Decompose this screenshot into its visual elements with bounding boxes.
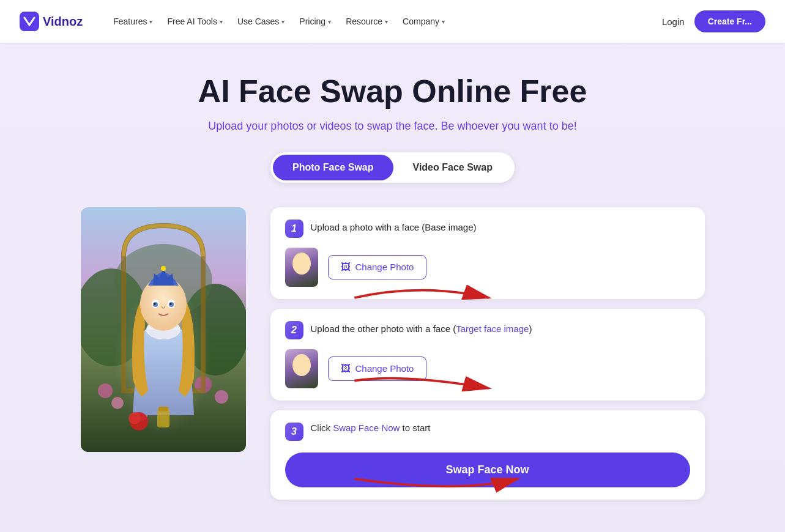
nav-links: Features ▾ Free AI Tools ▾ Use Cases ▾ P… [107, 12, 645, 31]
step-1-thumbnail [285, 248, 318, 287]
nav-company[interactable]: Company ▾ [396, 12, 451, 31]
preview-image-container [81, 207, 246, 452]
chevron-down-icon: ▾ [442, 18, 445, 25]
step-1-card: 1 Upload a photo with a face (Base image… [270, 207, 705, 299]
steps-container: 1 Upload a photo with a face (Base image… [270, 207, 705, 500]
tabs-container: Photo Face Swap Video Face Swap [12, 152, 773, 183]
hero-section: AI Face Swap Online Free Upload your pho… [0, 43, 785, 532]
tab-video-face-swap[interactable]: Video Face Swap [393, 155, 512, 180]
svg-rect-0 [20, 12, 39, 31]
step-3-badge: 3 [285, 423, 303, 441]
step-3-header: 3 Click Swap Face Now to start [285, 423, 690, 443]
svg-point-8 [215, 390, 228, 404]
step-1-content: 🖼 Change Photo [285, 248, 690, 287]
step-2-card: 2 Upload the other photo with a face (Ta… [270, 309, 705, 401]
swap-face-now-button[interactable]: Swap Face Now [285, 453, 690, 487]
change-photo-button-2[interactable]: 🖼 Change Photo [328, 357, 427, 381]
step-2-badge: 2 [285, 321, 303, 339]
nav-free-ai-tools[interactable]: Free AI Tools ▾ [161, 12, 228, 31]
fantasy-image-svg [81, 207, 246, 452]
preview-image [81, 207, 246, 452]
main-content: 1 Upload a photo with a face (Base image… [56, 207, 729, 524]
step-1-title: Upload a photo with a face (Base image) [311, 220, 477, 235]
login-button[interactable]: Login [662, 17, 685, 27]
logo-icon [20, 12, 39, 31]
step-3-card: 3 Click Swap Face Now to start Swap Face… [270, 410, 705, 500]
nav-pricing[interactable]: Pricing ▾ [293, 12, 337, 31]
step-1-header: 1 Upload a photo with a face (Base image… [285, 220, 690, 238]
step-1-badge: 1 [285, 220, 303, 238]
hero-subtitle: Upload your photos or videos to swap the… [12, 120, 773, 133]
svg-point-5 [98, 383, 113, 398]
hero-title: AI Face Swap Online Free [12, 73, 773, 110]
svg-point-21 [128, 412, 141, 424]
tab-photo-face-swap[interactable]: Photo Face Swap [273, 155, 393, 180]
step-3-description: Click Swap Face Now to start [311, 423, 431, 433]
svg-rect-22 [157, 409, 169, 427]
chevron-down-icon: ▾ [220, 18, 223, 25]
nav-resource[interactable]: Resource ▾ [340, 12, 394, 31]
svg-point-18 [154, 303, 155, 305]
step-2-title: Upload the other photo with a face (Targ… [311, 321, 532, 336]
face-swap-tabs: Photo Face Swap Video Face Swap [270, 152, 515, 183]
logo[interactable]: Vidnoz [20, 12, 83, 31]
chevron-down-icon: ▾ [385, 18, 388, 25]
step-2-header: 2 Upload the other photo with a face (Ta… [285, 321, 690, 339]
svg-rect-23 [158, 407, 168, 412]
chevron-down-icon: ▾ [149, 18, 152, 25]
svg-point-19 [169, 303, 171, 305]
svg-point-13 [161, 266, 166, 271]
nav-right: Login Create Fr... [662, 10, 765, 32]
step-2-content: 🖼 Change Photo [285, 349, 690, 388]
image-icon: 🖼 [341, 262, 351, 273]
step-2-thumbnail [285, 349, 318, 388]
nav-use-cases[interactable]: Use Cases ▾ [231, 12, 291, 31]
create-free-button[interactable]: Create Fr... [694, 10, 765, 32]
chevron-down-icon: ▾ [328, 18, 331, 25]
nav-features[interactable]: Features ▾ [107, 12, 158, 31]
change-photo-button-1[interactable]: 🖼 Change Photo [328, 255, 427, 279]
navbar: Vidnoz Features ▾ Free AI Tools ▾ Use Ca… [0, 0, 785, 43]
image-icon: 🖼 [341, 363, 351, 374]
chevron-down-icon: ▾ [281, 18, 285, 25]
